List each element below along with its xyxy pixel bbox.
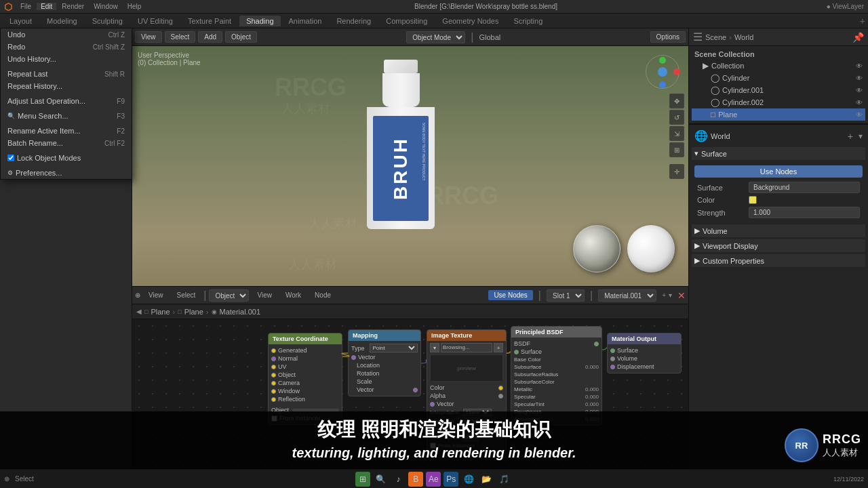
menu-file[interactable]: File: [16, 3, 35, 10]
menu-item-undo-history[interactable]: Undo History...: [1, 53, 132, 65]
menu-item-rename-active[interactable]: Rename Active Item...F2: [1, 125, 132, 137]
viewport-gizmo[interactable]: [642, 52, 683, 92]
menu-item-batch-rename[interactable]: Batch Rename...Ctrl F2: [1, 137, 132, 149]
tool-rotate[interactable]: ↺: [669, 110, 684, 125]
menu-item-repeat-last[interactable]: Repeat LastShift R: [1, 68, 132, 80]
breadcrumb-scene[interactable]: Scene: [705, 33, 726, 41]
node-work-btn[interactable]: Work: [280, 290, 307, 300]
material-selector[interactable]: Material.001: [598, 289, 656, 302]
taskbar-icon-blender[interactable]: B: [408, 472, 423, 487]
viewport-perspective-label: User Perspective (0) Collection | Plane: [138, 52, 201, 66]
material-delete-btn[interactable]: ✕: [677, 290, 686, 301]
taskbar-icon-music[interactable]: 🎵: [496, 472, 511, 487]
menu-help[interactable]: Help: [123, 3, 146, 10]
gizmo-circle[interactable]: [646, 55, 679, 89]
custom-props-section-header[interactable]: ▶ Custom Properties: [692, 254, 865, 267]
taskbar-icon-ae[interactable]: Ae: [426, 472, 441, 487]
tool-move[interactable]: ✥: [669, 94, 684, 108]
tab-modeling[interactable]: Modeling: [40, 16, 84, 26]
3d-viewport[interactable]: RRCG RRCG 人人素材 人人素材 人人素材 User Perspectiv…: [132, 46, 688, 286]
menu-render[interactable]: Render: [58, 3, 88, 10]
collection-item-cylinder-001[interactable]: ◯ Cylinder.001 👁: [692, 84, 865, 96]
surface-section: ▾ Surface Use Nodes Surface Background C…: [692, 147, 865, 222]
collection-visibility-icon[interactable]: 👁: [856, 62, 863, 70]
tab-shading[interactable]: Shading: [239, 16, 280, 26]
menu-item-preferences[interactable]: ⚙Preferences...: [1, 167, 132, 179]
color-picker[interactable]: [749, 196, 757, 204]
select-menu-btn[interactable]: Select: [165, 31, 196, 43]
imagetex-name[interactable]: Browsing...: [441, 343, 492, 352]
material-new-btn[interactable]: +: [662, 291, 666, 299]
tab-compositing[interactable]: Compositing: [379, 16, 434, 26]
tab-animation[interactable]: Animation: [282, 16, 329, 26]
tab-uv-editing[interactable]: UV Editing: [131, 16, 180, 26]
add-workspace-btn[interactable]: +: [860, 16, 865, 26]
use-nodes-toggle[interactable]: Use Nodes: [488, 290, 532, 300]
collection-item-cylinder-002[interactable]: ◯ Cylinder.002 👁: [692, 96, 865, 108]
imagetex-browse-btn[interactable]: ▾: [430, 343, 439, 352]
collection-item-plane[interactable]: □ Plane 👁: [692, 108, 865, 121]
taskbar-icon-chrome[interactable]: 🌐: [461, 472, 476, 487]
tool-transform[interactable]: ⊞: [669, 142, 684, 157]
material-browse-btn[interactable]: ▾: [669, 291, 672, 299]
pin-icon[interactable]: 📌: [852, 32, 864, 43]
node-object-selector[interactable]: Object: [209, 289, 249, 302]
menu-item-menu-search[interactable]: 🔍Menu Search...F3: [1, 110, 132, 122]
menu-item-redo[interactable]: RedoCtrl Shift Z: [1, 41, 132, 53]
surface-type-value[interactable]: Background: [749, 182, 860, 193]
object-menu-btn[interactable]: Object: [225, 31, 257, 43]
menu-item-lock-object-modes[interactable]: Lock Object Modes: [1, 152, 132, 164]
breadcrumb-plane2[interactable]: Plane: [184, 308, 203, 316]
node-view2-btn[interactable]: View: [252, 290, 277, 300]
node-view-btn[interactable]: View: [143, 290, 169, 300]
volume-section-header[interactable]: ▶ Volume: [692, 224, 865, 237]
strength-value[interactable]: 1.000: [749, 207, 860, 218]
tab-sculpting[interactable]: Sculpting: [85, 16, 130, 26]
surface-section-header[interactable]: ▾ Surface: [692, 147, 865, 160]
tab-layout[interactable]: Layout: [3, 16, 39, 26]
tool-scale[interactable]: ⇲: [669, 126, 684, 141]
node-material-output[interactable]: Material Output Surface Volume Displacem…: [607, 333, 682, 373]
cylinder002-visibility-icon[interactable]: 👁: [856, 99, 863, 106]
collection-item-cylinder[interactable]: ◯ Cylinder 👁: [692, 72, 865, 84]
cylinder001-visibility-icon[interactable]: 👁: [856, 87, 863, 94]
collection-item-collection[interactable]: ▶ Collection 👁: [692, 60, 865, 72]
node-editor-icon[interactable]: ⊕: [135, 291, 140, 299]
add-menu-btn[interactable]: Add: [198, 31, 222, 43]
taskbar-icon-explorer[interactable]: 📂: [479, 472, 494, 487]
breadcrumb-back-icon[interactable]: ◀: [136, 308, 142, 315]
breadcrumb-world[interactable]: World: [734, 33, 754, 41]
mapping-type-select[interactable]: Point: [370, 344, 418, 352]
node-mapping[interactable]: Mapping Type Point Vector Location Rotat…: [348, 329, 421, 396]
mode-selector[interactable]: Object Mode: [406, 31, 465, 43]
tab-scripting[interactable]: Scripting: [507, 16, 549, 26]
viewport-display-section-header[interactable]: ▶ Viewport Display: [692, 239, 865, 252]
menu-item-undo[interactable]: UndoCtrl Z: [1, 28, 132, 41]
taskbar-icon-search[interactable]: 🔍: [373, 472, 388, 487]
tool-cursor[interactable]: ✛: [669, 164, 684, 179]
cylinder-visibility-icon[interactable]: 👁: [856, 75, 863, 82]
slot-selector[interactable]: Slot 1: [547, 289, 585, 302]
menu-edit[interactable]: Edit: [37, 3, 56, 10]
world-browse-btn[interactable]: ▾: [859, 131, 863, 141]
options-btn[interactable]: Options: [650, 31, 686, 43]
taskbar-icon-ps[interactable]: Ps: [443, 472, 458, 487]
node-select-btn[interactable]: Select: [172, 290, 201, 300]
breadcrumb-material[interactable]: Material.001: [220, 308, 261, 316]
menu-item-adjust-last[interactable]: Adjust Last Operation...F9: [1, 95, 132, 107]
taskbar-icon-spotify[interactable]: ♪: [391, 472, 406, 487]
node-principled-bsdf[interactable]: Principled BSDF BSDF Surface Base Color …: [511, 326, 602, 426]
plane-visibility-icon[interactable]: 👁: [856, 111, 863, 119]
menu-window[interactable]: Window: [90, 3, 122, 10]
node-node-btn[interactable]: Node: [309, 290, 336, 300]
tab-rendering[interactable]: Rendering: [330, 16, 378, 26]
use-nodes-button[interactable]: Use Nodes: [694, 165, 863, 178]
menu-item-repeat-history[interactable]: Repeat History...: [1, 80, 132, 92]
taskbar-icon-start[interactable]: ⊞: [355, 472, 370, 487]
world-new-btn[interactable]: +: [848, 131, 853, 142]
tab-texture-paint[interactable]: Texture Paint: [181, 16, 238, 26]
breadcrumb-plane1[interactable]: Plane: [151, 308, 170, 316]
tab-geometry-nodes[interactable]: Geometry Nodes: [435, 16, 505, 26]
view-menu-btn[interactable]: View: [135, 31, 162, 43]
imagetex-new-btn[interactable]: +: [494, 343, 503, 352]
